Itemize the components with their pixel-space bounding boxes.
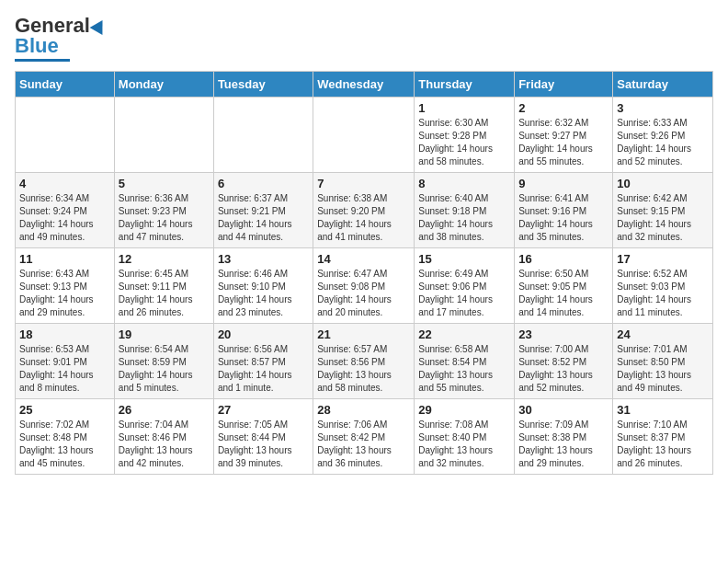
day-info: Sunrise: 6:47 AMSunset: 9:08 PMDaylight:… xyxy=(317,268,410,319)
calendar-cell xyxy=(114,98,213,173)
day-info: Sunrise: 6:46 AMSunset: 9:10 PMDaylight:… xyxy=(218,268,309,319)
week-row-2: 4Sunrise: 6:34 AMSunset: 9:24 PMDaylight… xyxy=(16,173,713,248)
calendar-cell: 16Sunrise: 6:50 AMSunset: 9:05 PMDayligh… xyxy=(515,248,613,324)
day-info: Sunrise: 6:38 AMSunset: 9:20 PMDaylight:… xyxy=(317,192,410,244)
calendar-cell xyxy=(16,98,115,173)
day-info: Sunrise: 6:56 AMSunset: 8:57 PMDaylight:… xyxy=(218,343,309,395)
day-number: 28 xyxy=(317,403,410,417)
calendar-cell: 27Sunrise: 7:05 AMSunset: 8:44 PMDayligh… xyxy=(213,399,313,475)
day-info: Sunrise: 6:52 AMSunset: 9:03 PMDaylight:… xyxy=(617,268,709,319)
day-info: Sunrise: 7:05 AMSunset: 8:44 PMDaylight:… xyxy=(218,419,309,470)
day-info: Sunrise: 6:30 AMSunset: 9:28 PMDaylight:… xyxy=(418,117,510,168)
day-info: Sunrise: 7:01 AMSunset: 8:50 PMDaylight:… xyxy=(617,343,709,395)
day-info: Sunrise: 6:45 AMSunset: 9:11 PMDaylight:… xyxy=(119,268,210,319)
calendar-cell xyxy=(313,98,415,173)
day-number: 29 xyxy=(418,403,510,417)
day-number: 30 xyxy=(518,403,609,417)
calendar-cell: 23Sunrise: 7:00 AMSunset: 8:52 PMDayligh… xyxy=(515,324,613,399)
calendar-cell xyxy=(213,98,313,173)
day-number: 17 xyxy=(617,252,709,266)
day-number: 13 xyxy=(218,252,309,266)
day-number: 19 xyxy=(119,327,210,341)
calendar-cell: 4Sunrise: 6:34 AMSunset: 9:24 PMDaylight… xyxy=(16,173,115,248)
day-number: 26 xyxy=(119,403,210,417)
calendar-cell: 31Sunrise: 7:10 AMSunset: 8:37 PMDayligh… xyxy=(613,399,713,475)
calendar-cell: 24Sunrise: 7:01 AMSunset: 8:50 PMDayligh… xyxy=(613,324,713,399)
week-row-1: 1Sunrise: 6:30 AMSunset: 9:28 PMDaylight… xyxy=(16,98,713,173)
calendar-cell: 1Sunrise: 6:30 AMSunset: 9:28 PMDaylight… xyxy=(415,98,515,173)
calendar-cell: 30Sunrise: 7:09 AMSunset: 8:38 PMDayligh… xyxy=(515,399,613,475)
day-number: 6 xyxy=(218,177,309,190)
calendar-cell: 14Sunrise: 6:47 AMSunset: 9:08 PMDayligh… xyxy=(313,248,415,324)
day-info: Sunrise: 6:34 AMSunset: 9:24 PMDaylight:… xyxy=(19,192,110,244)
day-info: Sunrise: 6:49 AMSunset: 9:06 PMDaylight:… xyxy=(418,268,510,319)
calendar-cell: 17Sunrise: 6:52 AMSunset: 9:03 PMDayligh… xyxy=(613,248,713,324)
day-info: Sunrise: 6:36 AMSunset: 9:23 PMDaylight:… xyxy=(119,192,210,244)
day-number: 15 xyxy=(418,252,510,266)
calendar-cell: 11Sunrise: 6:43 AMSunset: 9:13 PMDayligh… xyxy=(16,248,115,324)
week-row-5: 25Sunrise: 7:02 AMSunset: 8:48 PMDayligh… xyxy=(16,399,713,475)
calendar-cell: 21Sunrise: 6:57 AMSunset: 8:56 PMDayligh… xyxy=(313,324,415,399)
day-info: Sunrise: 6:33 AMSunset: 9:26 PMDaylight:… xyxy=(617,117,709,168)
day-info: Sunrise: 7:09 AMSunset: 8:38 PMDaylight:… xyxy=(518,419,609,470)
day-info: Sunrise: 6:37 AMSunset: 9:21 PMDaylight:… xyxy=(218,192,309,244)
col-header-thursday: Thursday xyxy=(415,72,515,98)
day-number: 3 xyxy=(617,101,709,115)
day-number: 1 xyxy=(418,101,510,115)
calendar-cell: 29Sunrise: 7:08 AMSunset: 8:40 PMDayligh… xyxy=(415,399,515,475)
logo: General Blue xyxy=(15,15,107,62)
day-info: Sunrise: 6:54 AMSunset: 8:59 PMDaylight:… xyxy=(119,343,210,395)
day-number: 18 xyxy=(19,327,110,341)
calendar-cell: 13Sunrise: 6:46 AMSunset: 9:10 PMDayligh… xyxy=(213,248,313,324)
day-number: 14 xyxy=(317,252,410,266)
day-number: 16 xyxy=(518,252,609,266)
calendar-cell: 18Sunrise: 6:53 AMSunset: 9:01 PMDayligh… xyxy=(16,324,115,399)
calendar-cell: 7Sunrise: 6:38 AMSunset: 9:20 PMDaylight… xyxy=(313,173,415,248)
col-header-saturday: Saturday xyxy=(613,72,713,98)
calendar-cell: 10Sunrise: 6:42 AMSunset: 9:15 PMDayligh… xyxy=(613,173,713,248)
day-number: 23 xyxy=(518,327,609,341)
calendar-cell: 25Sunrise: 7:02 AMSunset: 8:48 PMDayligh… xyxy=(16,399,115,475)
day-info: Sunrise: 6:57 AMSunset: 8:56 PMDaylight:… xyxy=(317,343,410,395)
day-number: 25 xyxy=(19,403,110,417)
day-number: 10 xyxy=(617,177,709,190)
day-info: Sunrise: 6:42 AMSunset: 9:15 PMDaylight:… xyxy=(617,192,709,244)
day-number: 4 xyxy=(19,177,110,190)
calendar-cell: 6Sunrise: 6:37 AMSunset: 9:21 PMDaylight… xyxy=(213,173,313,248)
col-header-sunday: Sunday xyxy=(16,72,115,98)
day-number: 27 xyxy=(218,403,309,417)
calendar-cell: 8Sunrise: 6:40 AMSunset: 9:18 PMDaylight… xyxy=(415,173,515,248)
day-info: Sunrise: 6:43 AMSunset: 9:13 PMDaylight:… xyxy=(19,268,110,319)
calendar-cell: 20Sunrise: 6:56 AMSunset: 8:57 PMDayligh… xyxy=(213,324,313,399)
calendar-cell: 3Sunrise: 6:33 AMSunset: 9:26 PMDaylight… xyxy=(613,98,713,173)
day-number: 5 xyxy=(119,177,210,190)
col-header-tuesday: Tuesday xyxy=(213,72,313,98)
logo-blue-text: Blue xyxy=(15,35,59,57)
day-number: 8 xyxy=(418,177,510,190)
calendar-cell: 15Sunrise: 6:49 AMSunset: 9:06 PMDayligh… xyxy=(415,248,515,324)
calendar-cell: 5Sunrise: 6:36 AMSunset: 9:23 PMDaylight… xyxy=(114,173,213,248)
day-info: Sunrise: 7:08 AMSunset: 8:40 PMDaylight:… xyxy=(418,419,510,470)
day-number: 7 xyxy=(317,177,410,190)
day-info: Sunrise: 6:41 AMSunset: 9:16 PMDaylight:… xyxy=(518,192,609,244)
day-number: 31 xyxy=(617,403,709,417)
calendar-cell: 22Sunrise: 6:58 AMSunset: 8:54 PMDayligh… xyxy=(415,324,515,399)
calendar-cell: 2Sunrise: 6:32 AMSunset: 9:27 PMDaylight… xyxy=(515,98,613,173)
calendar-cell: 19Sunrise: 6:54 AMSunset: 8:59 PMDayligh… xyxy=(114,324,213,399)
week-row-4: 18Sunrise: 6:53 AMSunset: 9:01 PMDayligh… xyxy=(16,324,713,399)
day-number: 20 xyxy=(218,327,309,341)
calendar-header-row: SundayMondayTuesdayWednesdayThursdayFrid… xyxy=(16,72,713,98)
week-row-3: 11Sunrise: 6:43 AMSunset: 9:13 PMDayligh… xyxy=(16,248,713,324)
calendar-cell: 28Sunrise: 7:06 AMSunset: 8:42 PMDayligh… xyxy=(313,399,415,475)
col-header-friday: Friday xyxy=(515,72,613,98)
logo-line xyxy=(15,59,70,62)
day-number: 9 xyxy=(518,177,609,190)
calendar-cell: 26Sunrise: 7:04 AMSunset: 8:46 PMDayligh… xyxy=(114,399,213,475)
calendar-table: SundayMondayTuesdayWednesdayThursdayFrid… xyxy=(15,71,713,475)
col-header-wednesday: Wednesday xyxy=(313,72,415,98)
col-header-monday: Monday xyxy=(114,72,213,98)
day-info: Sunrise: 6:40 AMSunset: 9:18 PMDaylight:… xyxy=(418,192,510,244)
day-number: 22 xyxy=(418,327,510,341)
day-number: 21 xyxy=(317,327,410,341)
day-info: Sunrise: 7:06 AMSunset: 8:42 PMDaylight:… xyxy=(317,419,410,470)
